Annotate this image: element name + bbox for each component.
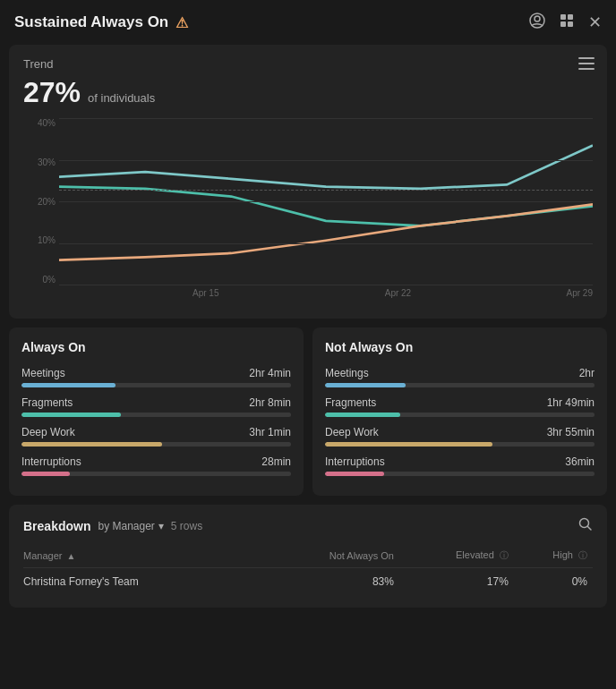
trend-percent: 27% xyxy=(23,76,81,109)
breakdown-header: Breakdown by Manager ▾ 5 rows xyxy=(23,517,593,535)
deepwork-bar-fill-nao xyxy=(325,442,492,447)
sort-asc-icon: ▲ xyxy=(66,551,75,561)
deepwork-metric-nao: Deep Work 3hr 55min xyxy=(325,426,595,447)
col-not-always-on: Not Always On xyxy=(261,546,399,568)
high-info-icon[interactable]: ⓘ xyxy=(578,550,587,560)
fragments-label-ao: Fragments xyxy=(21,396,73,409)
interruptions-value-nao: 36min xyxy=(565,455,595,468)
trend-card: Trend 27% of individuals 40% 30% 20% 10%… xyxy=(9,45,607,319)
grid-icon[interactable] xyxy=(560,13,574,31)
manager-name-cell: Christina Forney's Team xyxy=(23,568,261,596)
fragments-label-nao: Fragments xyxy=(325,396,376,409)
svg-rect-5 xyxy=(568,21,573,27)
fragments-bar-fill-nao xyxy=(325,413,400,417)
svg-line-10 xyxy=(588,527,592,531)
svg-point-1 xyxy=(535,16,540,21)
always-on-panel: Always On Meetings 2hr 4min Fragments 2h… xyxy=(9,327,304,496)
meetings-label-ao: Meetings xyxy=(21,367,65,379)
fragments-metric-nao: Fragments 1hr 49min xyxy=(325,396,595,417)
svg-rect-4 xyxy=(560,21,566,27)
meetings-bar-fill-ao xyxy=(21,383,116,387)
meetings-metric-ao: Meetings 2hr 4min xyxy=(21,367,291,387)
breakdown-title: Breakdown xyxy=(23,519,90,533)
grid-line-10 xyxy=(59,243,593,244)
meetings-bar-bg-ao xyxy=(21,383,291,387)
interruptions-bar-bg-ao xyxy=(21,472,291,476)
breakdown-filter[interactable]: by Manager ▾ xyxy=(98,520,163,532)
not-always-on-title: Not Always On xyxy=(325,340,595,354)
trend-section-label: Trend xyxy=(23,57,593,71)
elevated-cell: 17% xyxy=(399,568,514,596)
chart-options-icon[interactable] xyxy=(578,57,595,73)
meetings-value-nao: 2hr xyxy=(579,367,595,379)
col-high: High ⓘ xyxy=(514,546,593,568)
fragments-bar-bg-nao xyxy=(325,413,595,417)
chevron-down-icon: ▾ xyxy=(158,520,164,532)
page-title: Sustained Always On ⚠ xyxy=(14,13,188,31)
col-elevated: Elevated ⓘ xyxy=(399,546,514,568)
warning-icon: ⚠ xyxy=(175,14,188,31)
interruptions-bar-bg-nao xyxy=(325,472,595,476)
not-always-on-panel: Not Always On Meetings 2hr Fragments 1hr… xyxy=(312,327,607,496)
breakdown-card: Breakdown by Manager ▾ 5 rows Manager ▲ … xyxy=(9,505,607,608)
col-manager[interactable]: Manager ▲ xyxy=(23,546,261,568)
chart-inner xyxy=(59,118,593,285)
interruptions-bar-fill-nao xyxy=(325,472,384,476)
trend-of-label: of individuals xyxy=(88,91,155,105)
breakdown-table: Manager ▲ Not Always On Elevated ⓘ High … xyxy=(23,546,593,595)
trend-stat-row: 27% of individuals xyxy=(23,76,593,109)
fragments-bar-bg-ao xyxy=(21,413,291,417)
close-icon[interactable]: ✕ xyxy=(588,13,602,32)
interruptions-bar-fill-ao xyxy=(21,472,70,476)
deepwork-metric-ao: Deep Work 3hr 1min xyxy=(21,426,291,447)
grid-line-30 xyxy=(59,160,593,161)
fragments-metric-ao: Fragments 2hr 8min xyxy=(21,396,291,417)
svg-rect-3 xyxy=(568,14,573,20)
panels-row: Always On Meetings 2hr 4min Fragments 2h… xyxy=(9,327,607,496)
meetings-metric-nao: Meetings 2hr xyxy=(325,367,595,387)
breakdown-title-row: Breakdown by Manager ▾ 5 rows xyxy=(23,519,202,533)
deepwork-label-nao: Deep Work xyxy=(325,426,379,438)
fragments-value-nao: 1hr 49min xyxy=(547,396,595,409)
high-cell: 0% xyxy=(514,568,593,596)
grid-line-40 xyxy=(59,118,593,119)
meetings-bar-fill-nao xyxy=(325,383,406,387)
search-icon[interactable] xyxy=(578,517,593,535)
svg-rect-7 xyxy=(578,63,595,64)
title-text: Sustained Always On xyxy=(14,13,168,31)
trend-chart: 40% 30% 20% 10% 0% xyxy=(23,118,593,306)
chart-xaxis: Apr 15 Apr 22 Apr 29 xyxy=(59,288,593,306)
svg-rect-8 xyxy=(578,68,595,70)
reference-line xyxy=(59,190,593,191)
chart-yaxis: 40% 30% 20% 10% 0% xyxy=(23,118,56,285)
not-always-on-cell: 83% xyxy=(261,568,399,596)
interruptions-metric-ao: Interruptions 28min xyxy=(21,455,291,476)
deepwork-value-ao: 3hr 1min xyxy=(249,426,291,438)
table-header-row: Manager ▲ Not Always On Elevated ⓘ High … xyxy=(23,546,593,568)
svg-rect-6 xyxy=(578,57,595,59)
person-circle-icon[interactable] xyxy=(529,13,545,32)
deepwork-bar-bg-nao xyxy=(325,442,595,447)
interruptions-metric-nao: Interruptions 36min xyxy=(325,455,595,476)
meetings-label-nao: Meetings xyxy=(325,367,369,379)
svg-rect-2 xyxy=(560,14,566,20)
by-manager-label: by Manager xyxy=(98,520,154,532)
deepwork-value-nao: 3hr 55min xyxy=(547,426,595,438)
deepwork-label-ao: Deep Work xyxy=(21,426,75,438)
breakdown-rows-count: 5 rows xyxy=(171,520,202,532)
table-row: Christina Forney's Team 83% 17% 0% xyxy=(23,568,593,596)
app-header: Sustained Always On ⚠ ✕ xyxy=(0,0,616,45)
deepwork-bar-fill-ao xyxy=(21,442,162,447)
interruptions-label-nao: Interruptions xyxy=(325,455,385,468)
elevated-info-icon[interactable]: ⓘ xyxy=(500,550,509,560)
header-actions: ✕ xyxy=(529,13,602,32)
grid-line-0 xyxy=(59,285,593,285)
interruptions-label-ao: Interruptions xyxy=(21,455,81,468)
grid-line-20 xyxy=(59,201,593,202)
fragments-bar-fill-ao xyxy=(21,413,121,417)
deepwork-bar-bg-ao xyxy=(21,442,291,447)
interruptions-value-ao: 28min xyxy=(261,455,291,468)
fragments-value-ao: 2hr 8min xyxy=(249,396,291,409)
meetings-value-ao: 2hr 4min xyxy=(249,367,291,379)
always-on-title: Always On xyxy=(21,340,291,354)
